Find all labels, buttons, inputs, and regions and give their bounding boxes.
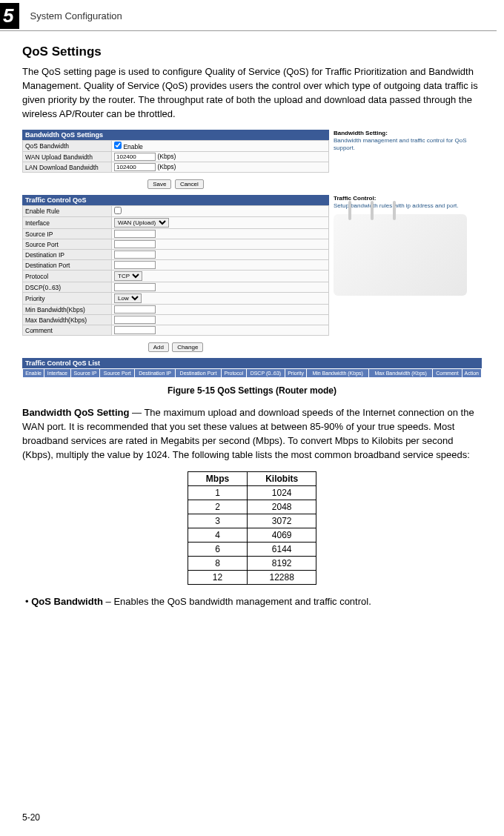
qos-col-min-bw: Min Bandwidth (Kbps) <box>307 369 369 378</box>
source-port-input[interactable] <box>114 240 156 248</box>
router-image <box>334 214 467 296</box>
interface-label: Interface <box>23 217 112 229</box>
lan-download-unit: (Kbps) <box>157 163 176 170</box>
enable-rule-label: Enable Rule <box>23 206 112 217</box>
table-row: 1 <box>188 485 247 500</box>
screenshot-bandwidth-qos: Bandwidth QoS Settings QoS Bandwidth Ena… <box>22 130 482 378</box>
qos-col-protocol: Protocol <box>222 369 247 378</box>
help-tc-text: Setup bandwidth rules with ip address an… <box>334 202 482 210</box>
qos-col-action: Action <box>462 369 481 378</box>
chapter-number: 5 <box>0 3 19 29</box>
wan-upload-label: WAN Upload Bandwidth <box>23 152 112 162</box>
priority-select[interactable]: Low <box>114 293 142 303</box>
qos-bandwidth-checkbox[interactable] <box>114 142 122 149</box>
interface-select[interactable]: WAN (Upload) <box>114 218 169 228</box>
table-row: 2 <box>188 500 247 514</box>
source-ip-label: Source IP <box>23 229 112 239</box>
qos-col-source-port: Source Port <box>100 369 135 378</box>
lan-download-label: LAN Download Bandwidth <box>23 162 112 173</box>
dscp-input[interactable] <box>114 283 156 291</box>
protocol-label: Protocol <box>23 271 112 282</box>
traffic-control-table: Enable Rule Interface WAN (Upload) Sourc… <box>22 205 329 336</box>
qos-list-table: Enable Interface Source IP Source Port D… <box>22 368 482 378</box>
bandwidth-panel-header: Bandwidth QoS Settings <box>22 130 329 140</box>
table-row: 3 <box>188 514 247 528</box>
qos-col-dest-port: Destination Port <box>175 369 221 378</box>
dest-ip-label: Destination IP <box>23 250 112 260</box>
traffic-panel-header: Traffic Control QoS <box>22 195 329 205</box>
bandwidth-desc-paragraph: Bandwidth QoS Setting — The maximum uplo… <box>22 406 482 462</box>
qos-bandwidth-label: QoS Bandwidth <box>23 141 112 152</box>
qos-col-dest-ip: Destination IP <box>135 369 176 378</box>
min-bw-label: Min Bandwidth(Kbps) <box>23 305 112 315</box>
dest-ip-input[interactable] <box>114 251 156 259</box>
bandwidth-settings-table: QoS Bandwidth Enable WAN Upload Bandwidt… <box>22 140 329 173</box>
max-bw-label: Max Bandwidth(Kbps) <box>23 315 112 325</box>
save-button[interactable]: Save <box>147 179 171 189</box>
table-row: 8 <box>188 556 247 570</box>
lan-download-input[interactable] <box>114 163 156 171</box>
table-row: 6144 <box>248 542 316 556</box>
min-bw-input[interactable] <box>114 305 156 314</box>
qos-col-max-bw: Max Bandwidth (Kbps) <box>369 369 433 378</box>
qos-list-header: Traffic Control QoS List <box>22 358 482 368</box>
enable-rule-checkbox[interactable] <box>114 207 122 214</box>
table-row: 12 <box>188 570 247 584</box>
speed-table: Mbps Kilobits 11024 22048 33072 44069 66… <box>188 471 316 585</box>
figure-caption: Figure 5-15 QoS Settings (Router mode) <box>22 385 482 396</box>
qos-col-interface: Interface <box>44 369 71 378</box>
comment-input[interactable] <box>114 326 156 334</box>
change-button[interactable]: Change <box>172 342 203 352</box>
qos-col-source-ip: Source IP <box>70 369 100 378</box>
table-row: 8192 <box>248 556 316 570</box>
chapter-header: 5 System Configuration <box>0 3 497 31</box>
priority-label: Priority <box>23 293 112 305</box>
table-row: 12288 <box>248 570 316 584</box>
help-tc-title: Traffic Control: <box>334 195 376 202</box>
wan-upload-unit: (Kbps) <box>157 153 176 160</box>
source-port-label: Source Port <box>23 239 112 250</box>
dest-port-input[interactable] <box>114 261 156 269</box>
qos-col-dscp: DSCP (0..63) <box>246 369 285 378</box>
dscp-label: DSCP(0..63) <box>23 282 112 293</box>
enable-text: Enable <box>123 143 142 150</box>
help-bw-text: Bandwidth management and traffic control… <box>334 137 482 151</box>
dest-port-label: Destination Port <box>23 260 112 271</box>
qos-col-priority: Priority <box>285 369 307 378</box>
cancel-button[interactable]: Cancel <box>175 179 204 189</box>
bullet1-label: QoS Bandwidth <box>31 596 103 607</box>
table-row: 4069 <box>248 528 316 542</box>
section-title: QoS Settings <box>22 44 482 59</box>
protocol-select[interactable]: TCP <box>114 271 142 281</box>
comment-label: Comment <box>23 325 112 336</box>
add-button[interactable]: Add <box>148 342 169 352</box>
table-row: 1024 <box>248 485 316 500</box>
table-row: 4 <box>188 528 247 542</box>
page-number: 5-20 <box>22 812 40 823</box>
bandwidth-desc-label: Bandwidth QoS Setting <box>22 407 129 418</box>
table-row: 2048 <box>248 500 316 514</box>
qos-col-comment: Comment <box>433 369 462 378</box>
help-bw-title: Bandwidth Setting: <box>334 130 388 136</box>
wan-upload-input[interactable] <box>114 153 156 161</box>
bullet-qos-bandwidth: • QoS Bandwidth – Enables the QoS bandwi… <box>25 595 482 608</box>
bullet1-text: – Enables the QoS bandwidth management a… <box>103 596 371 607</box>
table-row: 3072 <box>248 514 316 528</box>
max-bw-input[interactable] <box>114 316 156 324</box>
chapter-title: System Configuration <box>30 10 122 21</box>
speed-th-kilobits: Kilobits <box>248 471 316 485</box>
qos-col-enable: Enable <box>23 369 44 378</box>
speed-th-mbps: Mbps <box>188 471 247 485</box>
source-ip-input[interactable] <box>114 230 156 238</box>
table-row: 6 <box>188 542 247 556</box>
intro-paragraph: The QoS setting page is used to configur… <box>22 65 482 121</box>
